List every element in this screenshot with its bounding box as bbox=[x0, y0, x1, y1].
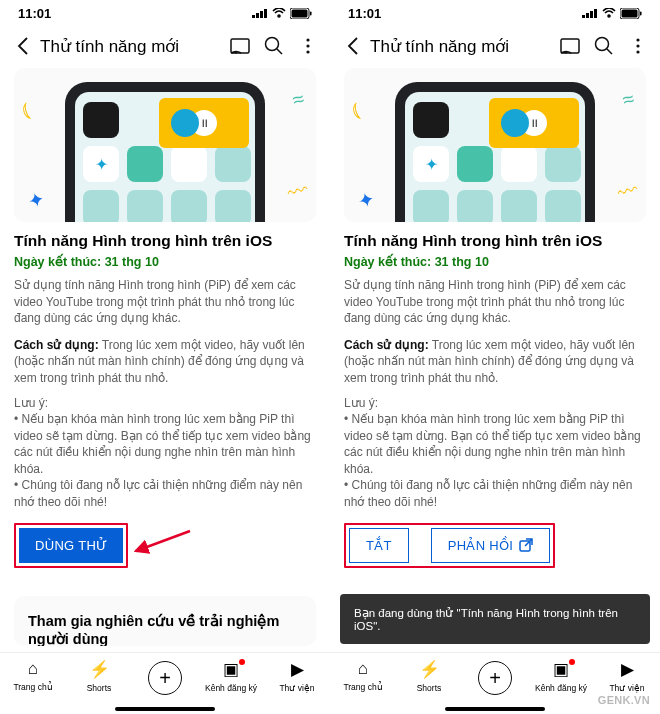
nav-shorts[interactable]: ⚡Shorts bbox=[399, 659, 459, 693]
svg-rect-6 bbox=[310, 11, 312, 15]
try-it-button[interactable]: DÙNG THỬ bbox=[19, 528, 123, 563]
svg-rect-2 bbox=[260, 11, 263, 18]
svg-point-26 bbox=[636, 50, 639, 53]
svg-rect-20 bbox=[640, 11, 642, 15]
pip-preview-icon: ⏸ bbox=[489, 98, 579, 148]
chevron-left-icon bbox=[17, 37, 29, 55]
feature-howto: Cách sử dụng: Trong lúc xem một video, h… bbox=[14, 337, 316, 387]
status-bar: 11:01 bbox=[330, 0, 660, 24]
feature-howto: Cách sử dụng: Trong lúc xem một video, h… bbox=[344, 337, 646, 387]
svg-rect-14 bbox=[582, 15, 585, 18]
more-vert-icon bbox=[306, 38, 310, 54]
feature-title: Tính năng Hình trong hình trên iOS bbox=[14, 232, 316, 250]
battery-icon bbox=[290, 8, 312, 19]
status-time: 11:01 bbox=[348, 6, 381, 21]
cast-button[interactable] bbox=[226, 38, 254, 54]
search-button[interactable] bbox=[590, 36, 618, 56]
cast-button[interactable] bbox=[556, 38, 584, 54]
feature-illustration: ⦅ ≈ ✦ 〰 ✦ ⏸ bbox=[344, 68, 646, 222]
annotation-arrow-icon bbox=[132, 529, 192, 559]
svg-point-12 bbox=[306, 50, 309, 53]
search-icon bbox=[264, 36, 284, 56]
nav-create[interactable]: + bbox=[465, 659, 525, 695]
note-bullet: • Nếu bạn khóa màn hình trong lúc xem bằ… bbox=[14, 411, 316, 477]
back-button[interactable] bbox=[338, 37, 368, 55]
status-indicators bbox=[582, 8, 642, 19]
home-icon: ⌂ bbox=[358, 659, 368, 679]
home-indicator bbox=[115, 707, 215, 711]
nav-library[interactable]: ▶Thư viện bbox=[597, 659, 657, 693]
plus-icon: + bbox=[478, 661, 512, 695]
svg-rect-21 bbox=[561, 39, 579, 53]
feature-end-date: Ngày kết thúc: 31 thg 10 bbox=[14, 254, 316, 269]
svg-rect-1 bbox=[256, 13, 259, 18]
nav-subscriptions[interactable]: ▣Kênh đăng ký bbox=[201, 659, 261, 693]
cast-icon bbox=[560, 38, 580, 54]
highlight-box: DÙNG THỬ bbox=[14, 523, 128, 568]
signal-icon bbox=[582, 8, 598, 18]
app-header: Thử tính năng mới bbox=[330, 24, 660, 68]
watermark: GENK.VN bbox=[598, 694, 650, 706]
status-time: 11:01 bbox=[18, 6, 51, 21]
cast-icon bbox=[230, 38, 250, 54]
svg-line-23 bbox=[607, 49, 612, 54]
signal-icon bbox=[252, 8, 268, 18]
note-bullet: • Chúng tôi đang nỗ lực cải thiện những … bbox=[14, 477, 316, 510]
more-vert-icon bbox=[636, 38, 640, 54]
feature-description: Sử dụng tính năng Hình trong hình (PiP) … bbox=[344, 277, 646, 327]
nav-subscriptions[interactable]: ▣Kênh đăng ký bbox=[531, 659, 591, 693]
svg-point-24 bbox=[636, 38, 639, 41]
back-button[interactable] bbox=[8, 37, 38, 55]
nav-home[interactable]: ⌂Trang chủ bbox=[333, 659, 393, 692]
highlight-box: TẮT PHẢN HỒI bbox=[344, 523, 555, 568]
svg-point-25 bbox=[636, 44, 639, 47]
shorts-icon: ⚡ bbox=[419, 659, 440, 680]
feature-description: Sử dụng tính năng Hình trong hình (PiP) … bbox=[14, 277, 316, 327]
wifi-icon bbox=[272, 8, 286, 18]
app-header: Thử tính năng mới bbox=[0, 24, 330, 68]
nav-create[interactable]: + bbox=[135, 659, 195, 695]
more-button[interactable] bbox=[624, 38, 652, 54]
note-bullet: • Chúng tôi đang nỗ lực cải thiện những … bbox=[344, 477, 646, 510]
search-button[interactable] bbox=[260, 36, 288, 56]
nav-shorts[interactable]: ⚡Shorts bbox=[69, 659, 129, 693]
svg-rect-5 bbox=[292, 9, 308, 17]
svg-rect-16 bbox=[590, 11, 593, 18]
feature-title: Tính năng Hình trong hình trên iOS bbox=[344, 232, 646, 250]
plus-icon: + bbox=[148, 661, 182, 695]
status-indicators bbox=[252, 8, 312, 19]
svg-rect-0 bbox=[252, 15, 255, 18]
svg-point-10 bbox=[306, 38, 309, 41]
chevron-left-icon bbox=[347, 37, 359, 55]
nav-home[interactable]: ⌂Trang chủ bbox=[3, 659, 63, 692]
home-indicator bbox=[445, 707, 545, 711]
feature-end-date: Ngày kết thúc: 31 thg 10 bbox=[344, 254, 646, 269]
note-heading: Lưu ý: bbox=[14, 396, 316, 410]
feedback-button[interactable]: PHẢN HỒI bbox=[431, 528, 550, 563]
svg-rect-7 bbox=[231, 39, 249, 53]
shorts-icon: ⚡ bbox=[89, 659, 110, 680]
note-bullet: • Nếu bạn khóa màn hình trong lúc xem bằ… bbox=[344, 411, 646, 477]
search-icon bbox=[594, 36, 614, 56]
svg-line-9 bbox=[277, 49, 282, 54]
feature-illustration: ⦅ ≈ ✦ 〰 ✦ bbox=[14, 68, 316, 222]
pip-preview-icon: ⏸ bbox=[159, 98, 249, 148]
turn-off-button[interactable]: TẮT bbox=[349, 528, 409, 563]
page-title: Thử tính năng mới bbox=[368, 36, 556, 57]
toast-message: Bạn đang dùng thử "Tính năng Hình trong … bbox=[340, 594, 650, 644]
more-button[interactable] bbox=[294, 38, 322, 54]
battery-icon bbox=[620, 8, 642, 19]
svg-rect-3 bbox=[264, 9, 267, 18]
nav-library[interactable]: ▶Thư viện bbox=[267, 659, 327, 693]
bottom-nav: ⌂Trang chủ ⚡Shorts + ▣Kênh đăng ký ▶Thư … bbox=[0, 652, 330, 714]
wifi-icon bbox=[602, 8, 616, 18]
external-link-icon bbox=[519, 538, 533, 552]
svg-point-22 bbox=[596, 38, 609, 51]
subscriptions-icon: ▣ bbox=[223, 659, 239, 680]
status-bar: 11:01 bbox=[0, 0, 330, 24]
home-icon: ⌂ bbox=[28, 659, 38, 679]
research-card-title: Tham gia nghiên cứu về trải nghiệm người… bbox=[28, 612, 302, 646]
subscriptions-icon: ▣ bbox=[553, 659, 569, 680]
research-card[interactable]: Tham gia nghiên cứu về trải nghiệm người… bbox=[14, 596, 316, 646]
svg-point-11 bbox=[306, 44, 309, 47]
